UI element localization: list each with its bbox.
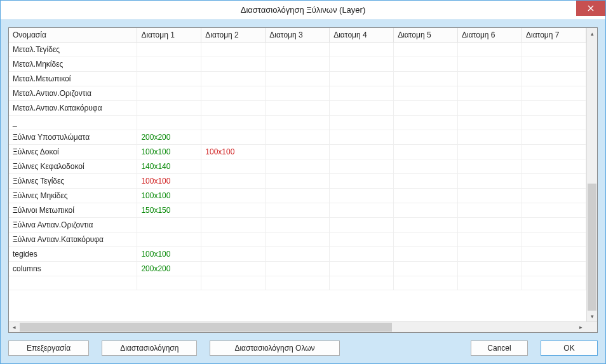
data-cell[interactable] bbox=[137, 101, 201, 116]
data-cell[interactable] bbox=[458, 203, 522, 218]
data-cell[interactable] bbox=[458, 130, 522, 145]
data-cell[interactable]: 100x100 bbox=[137, 145, 201, 159]
data-cell[interactable] bbox=[330, 276, 394, 290]
data-cell[interactable] bbox=[522, 233, 586, 247]
data-cell[interactable] bbox=[201, 247, 266, 262]
data-cell[interactable] bbox=[394, 86, 458, 101]
data-cell[interactable] bbox=[394, 101, 458, 116]
data-cell[interactable]: 140x140 bbox=[137, 159, 201, 174]
data-cell[interactable] bbox=[458, 72, 522, 86]
data-cell[interactable] bbox=[266, 101, 330, 116]
table-row[interactable]: Ξύλινα Αντιαν.Κατακόρυφα bbox=[9, 233, 586, 247]
column-header-name[interactable]: Ονομασία bbox=[9, 28, 137, 43]
data-cell[interactable] bbox=[266, 233, 330, 247]
data-cell[interactable] bbox=[330, 174, 394, 189]
data-cell[interactable] bbox=[330, 86, 394, 101]
data-cell[interactable] bbox=[458, 145, 522, 159]
table-row[interactable]: Μεταλ.Τεγίδες bbox=[9, 43, 586, 57]
data-cell[interactable] bbox=[458, 218, 522, 233]
data-cell[interactable] bbox=[330, 233, 394, 247]
data-cell[interactable] bbox=[330, 262, 394, 276]
data-cell[interactable] bbox=[201, 101, 266, 116]
scroll-right-arrow-icon[interactable]: ▸ bbox=[576, 322, 586, 332]
data-cell[interactable] bbox=[458, 174, 522, 189]
data-cell[interactable] bbox=[201, 189, 266, 203]
data-cell[interactable] bbox=[266, 86, 330, 101]
horizontal-scrollbar[interactable]: ◂ ▸ bbox=[9, 321, 597, 332]
table-row[interactable]: Μεταλ.Αντιαν.Οριζοντια bbox=[9, 86, 586, 101]
data-cell[interactable] bbox=[394, 189, 458, 203]
data-cell[interactable] bbox=[266, 130, 330, 145]
column-header-diatomi-4[interactable]: Διατομη 4 bbox=[330, 28, 394, 43]
data-cell[interactable] bbox=[522, 130, 586, 145]
dimension-button[interactable]: Διαστασιολόγηση bbox=[102, 340, 197, 356]
data-cell[interactable] bbox=[330, 101, 394, 116]
data-cell[interactable] bbox=[266, 276, 330, 290]
data-cell[interactable] bbox=[458, 86, 522, 101]
data-cell[interactable] bbox=[458, 43, 522, 57]
column-header-diatomi-6[interactable]: Διατομη 6 bbox=[458, 28, 522, 43]
data-cell[interactable] bbox=[137, 276, 201, 290]
data-cell[interactable] bbox=[458, 159, 522, 174]
data-cell[interactable] bbox=[394, 116, 458, 130]
row-name-cell[interactable]: Μεταλ.Τεγίδες bbox=[9, 43, 137, 57]
data-cell[interactable] bbox=[266, 43, 330, 57]
data-cell[interactable] bbox=[137, 233, 201, 247]
data-cell[interactable] bbox=[330, 247, 394, 262]
data-cell[interactable] bbox=[201, 233, 266, 247]
data-cell[interactable] bbox=[266, 145, 330, 159]
data-cell[interactable]: 100x100 bbox=[137, 174, 201, 189]
horizontal-scroll-track[interactable] bbox=[20, 322, 576, 332]
data-cell[interactable]: 150x150 bbox=[137, 203, 201, 218]
table-row[interactable]: Ξύλινες Κεφαλοδοκοί140x140 bbox=[9, 159, 586, 174]
data-cell[interactable] bbox=[201, 57, 266, 72]
data-cell[interactable] bbox=[330, 57, 394, 72]
data-cell[interactable] bbox=[266, 159, 330, 174]
data-cell[interactable] bbox=[330, 43, 394, 57]
data-cell[interactable] bbox=[522, 43, 586, 57]
data-cell[interactable] bbox=[266, 72, 330, 86]
row-name-cell[interactable]: Ξύλινα Αντιαν.Οριζοντια bbox=[9, 218, 137, 233]
row-name-cell[interactable]: Ξύλινοι Μετωπικοί bbox=[9, 203, 137, 218]
data-cell[interactable] bbox=[201, 159, 266, 174]
horizontal-scroll-thumb[interactable] bbox=[20, 323, 392, 332]
row-name-cell[interactable]: Μεταλ.Αντιαν.Κατακόρυφα bbox=[9, 101, 137, 116]
data-cell[interactable] bbox=[394, 57, 458, 72]
data-cell[interactable] bbox=[266, 174, 330, 189]
table-row[interactable]: Ξύλινοι Μετωπικοί150x150 bbox=[9, 203, 586, 218]
data-cell[interactable] bbox=[201, 130, 266, 145]
vertical-scroll-thumb[interactable] bbox=[588, 184, 596, 311]
table-row[interactable]: Μεταλ.Αντιαν.Κατακόρυφα bbox=[9, 101, 586, 116]
row-name-cell[interactable]: Ξύλινα Αντιαν.Κατακόρυφα bbox=[9, 233, 137, 247]
column-header-diatomi-2[interactable]: Διατομη 2 bbox=[201, 28, 266, 43]
data-cell[interactable] bbox=[137, 116, 201, 130]
row-name-cell[interactable]: Μεταλ.Μετωπικοί bbox=[9, 72, 137, 86]
data-cell[interactable] bbox=[394, 130, 458, 145]
data-cell[interactable] bbox=[266, 262, 330, 276]
data-cell[interactable] bbox=[458, 233, 522, 247]
column-header-diatomi-3[interactable]: Διατομη 3 bbox=[266, 28, 330, 43]
data-cell[interactable] bbox=[330, 203, 394, 218]
data-cell[interactable] bbox=[330, 145, 394, 159]
data-cell[interactable] bbox=[394, 276, 458, 290]
data-cell[interactable] bbox=[394, 72, 458, 86]
data-cell[interactable] bbox=[522, 101, 586, 116]
table-row[interactable]: Ξύλινα Αντιαν.Οριζοντια bbox=[9, 218, 586, 233]
data-cell[interactable]: 200x200 bbox=[137, 262, 201, 276]
row-name-cell[interactable]: Μεταλ.Μηκίδες bbox=[9, 57, 137, 72]
data-cell[interactable] bbox=[394, 218, 458, 233]
column-header-diatomi-1[interactable]: Διατομη 1 bbox=[137, 28, 201, 43]
data-cell[interactable] bbox=[201, 86, 266, 101]
data-cell[interactable] bbox=[522, 189, 586, 203]
data-cell[interactable] bbox=[137, 86, 201, 101]
scroll-up-arrow-icon[interactable]: ▴ bbox=[587, 28, 597, 39]
data-cell[interactable] bbox=[458, 247, 522, 262]
data-cell[interactable] bbox=[394, 145, 458, 159]
data-cell[interactable] bbox=[137, 43, 201, 57]
data-cell[interactable] bbox=[522, 174, 586, 189]
row-name-cell[interactable]: tegides bbox=[9, 247, 137, 262]
row-name-cell[interactable]: Μεταλ.Αντιαν.Οριζοντια bbox=[9, 86, 137, 101]
data-cell[interactable] bbox=[522, 159, 586, 174]
data-cell[interactable] bbox=[330, 189, 394, 203]
data-cell[interactable] bbox=[266, 189, 330, 203]
